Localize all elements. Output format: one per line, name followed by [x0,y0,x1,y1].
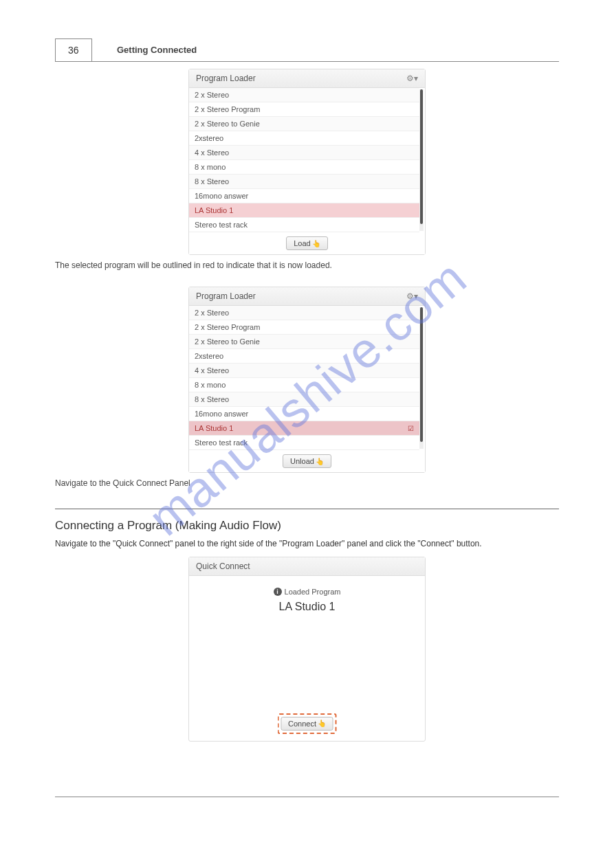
button-label: Connect [288,720,316,728]
quick-connect-body: i Loaded Program LA Studio 1 Connect 👆 [189,576,425,741]
list-item[interactable]: 2 x Stereo Program [189,102,419,117]
list-item[interactable]: 2xstereo [189,131,419,146]
list-item[interactable]: 4 x Stereo [189,364,419,378]
scrollbar[interactable] [419,307,424,449]
loaded-program-label: i Loaded Program [274,588,341,596]
loaded-program-name: LA Studio 1 [196,601,418,613]
list-item[interactable]: 8 x Stereo [189,175,419,189]
cursor-icon: 👆 [312,240,320,247]
list-item[interactable]: 2 x Stereo to Genie [189,335,419,349]
page-number: 36 [55,38,92,62]
section-heading: Connecting a Program (Making Audio Flow) [55,519,559,533]
page-header: 36 Getting Connected [55,38,559,62]
program-list: 2 x Stereo 2 x Stereo Program 2 x Stereo… [189,306,419,450]
connect-button[interactable]: Connect 👆 [281,717,333,731]
list-item-loaded[interactable]: LA Studio 1 ☑ [189,421,419,436]
body-text: Navigate to the "Quick Connect" panel to… [55,538,559,550]
page-footer [55,797,559,801]
check-icon: ☑ [408,425,414,432]
list-item[interactable]: 8 x mono [189,160,419,175]
program-list: 2 x Stereo 2 x Stereo Program 2 x Stereo… [189,88,419,232]
load-button[interactable]: Load 👆 [286,236,327,250]
list-item[interactable]: 4 x Stereo [189,146,419,160]
panel-header: Program Loader ⚙▾ [189,287,425,306]
list-item[interactable]: 16mono answer [189,407,419,421]
button-label: Load [294,239,310,247]
gear-icon[interactable]: ⚙▾ [406,291,418,301]
program-loader-panel-1: Program Loader ⚙▾ 2 x Stereo 2 x Stereo … [188,69,426,255]
cursor-icon: 👆 [318,720,326,727]
item-label: LA Studio 1 [195,424,233,432]
panel-footer: Load 👆 [189,232,425,254]
scrollbar[interactable] [419,89,424,231]
panel-footer: Unload 👆 [189,450,425,472]
panel-title: Program Loader [196,291,256,301]
list-item[interactable]: Stereo test rack [189,436,419,450]
button-label: Unload [290,457,314,465]
list-item[interactable]: 2xstereo [189,349,419,364]
list-item[interactable]: 2 x Stereo to Genie [189,117,419,131]
scroll-thumb[interactable] [420,307,423,442]
scroll-thumb[interactable] [420,89,423,224]
list-item[interactable]: 2 x Stereo [189,88,419,102]
program-loader-panel-2: Program Loader ⚙▾ 2 x Stereo 2 x Stereo … [188,287,426,473]
list-item[interactable]: 2 x Stereo Program [189,320,419,335]
list-item[interactable]: Stereo test rack [189,218,419,232]
connect-highlight: Connect 👆 [277,713,337,734]
info-icon: i [274,588,282,596]
section-divider [55,509,559,509]
panel-header: Program Loader ⚙▾ [189,69,425,88]
list-item-selected[interactable]: LA Studio 1 [189,203,419,218]
list-item[interactable]: 16mono answer [189,189,419,203]
panel-title: Program Loader [196,74,256,83]
caption-text: Navigate to the Quick Connect Panel [55,478,559,488]
header-title: Getting Connected [117,45,197,55]
panel-title: Quick Connect [196,561,250,571]
caption-text: The selected program will be outlined in… [55,260,559,270]
cursor-icon: 👆 [316,458,324,465]
list-item[interactable]: 8 x mono [189,378,419,392]
panel-header: Quick Connect [189,557,425,576]
quick-connect-panel: Quick Connect i Loaded Program LA Studio… [188,557,426,742]
list-item[interactable]: 8 x Stereo [189,392,419,407]
list-item[interactable]: 2 x Stereo [189,306,419,320]
gear-icon[interactable]: ⚙▾ [406,74,418,83]
loaded-label-text: Loaded Program [285,588,341,596]
unload-button[interactable]: Unload 👆 [283,454,331,468]
